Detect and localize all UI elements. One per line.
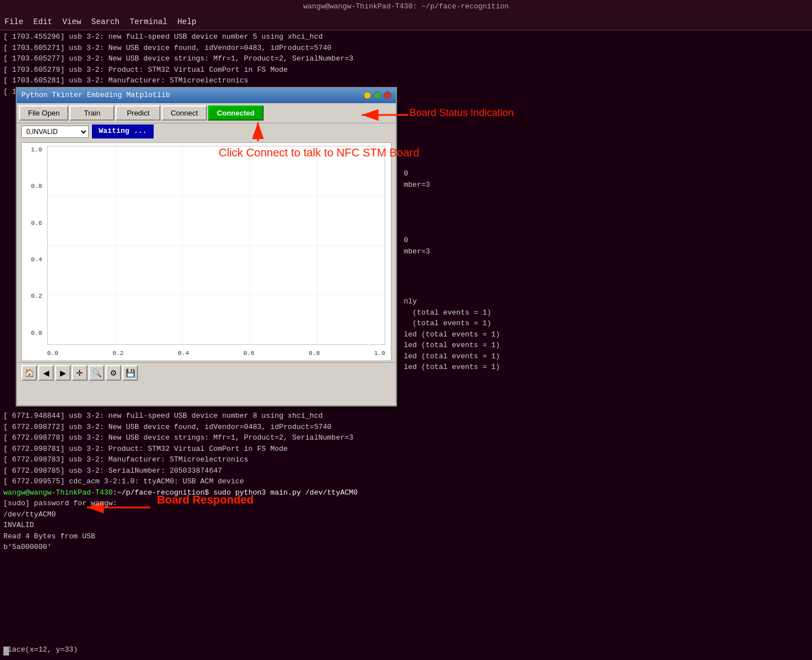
prompt-line: wangw@wangw-ThinkPad-T430:~/p/face-recog… (3, 487, 809, 499)
menu-view[interactable]: View (62, 16, 81, 27)
terminal-line-5: [ 1703.605281] usb 3-2: Manufacturer: ST… (3, 75, 809, 86)
menu-file[interactable]: File (4, 16, 24, 27)
tkinter-window-title: Python Tkinter Embeding Matplotlib (21, 90, 170, 101)
plot-svg (48, 146, 385, 344)
y-axis-labels: 1.0 0.8 0.6 0.4 0.2 0.0 (22, 146, 44, 338)
y-label-0.2: 0.2 (31, 292, 42, 301)
bottom-line-4: [ 6772.098781] usb 3-2: Product: STM32 V… (3, 444, 809, 455)
save-button[interactable]: 💾 (122, 365, 138, 381)
sudo-line: [sudo] password for wangw: (3, 498, 809, 509)
terminal-background: wangw@wangw-ThinkPad-T430: ~/p/face-reco… (0, 0, 812, 660)
y-label-0.4: 0.4 (31, 256, 42, 265)
menu-help[interactable]: Help (177, 16, 196, 27)
y-label-0.0: 0.0 (31, 329, 42, 338)
bottom-line-7: [ 6772.099575] cdc_acm 3-2:1.0: ttyACM0:… (3, 476, 809, 487)
prompt-username: wangw@wangw-ThinkPad-T430 (3, 488, 113, 497)
x-label-0.2: 0.2 (113, 349, 124, 358)
status-line: place(x=12, y=33) (3, 645, 78, 656)
title-bar: wangw@wangw-ThinkPad-T430: ~/p/face-reco… (0, 0, 812, 14)
x-label-0.0: 0.0 (47, 349, 58, 358)
connected-button[interactable]: Connected (208, 105, 264, 121)
bottom-line-3: [ 6772.098778] usb 3-2: New USB device s… (3, 432, 809, 444)
window-title: wangw@wangw-ThinkPad-T430: ~/p/face-reco… (303, 2, 509, 11)
y-label-0.8: 0.8 (31, 182, 42, 191)
predict-button[interactable]: Predict (116, 105, 160, 121)
x-label-0.6: 0.6 (243, 349, 255, 358)
back-button[interactable]: ◀ (38, 365, 54, 381)
pan-button[interactable]: ✛ (72, 365, 87, 381)
bottom-line-5: [ 6772.098783] usb 3-2: Manufacturer: ST… (3, 454, 809, 465)
terminal-right-output: 0 mber=3 0 mber=3 nly (total events = 1)… (404, 168, 500, 373)
bottom-line-1: [ 6771.948844] usb 3-2: new full-speed U… (3, 410, 809, 422)
menu-bar[interactable]: File Edit View Search Terminal Help (0, 14, 812, 30)
plot-area: 1.0 0.8 0.6 0.4 0.2 0.0 (21, 142, 391, 361)
output-line-3: Read 4 Bytes from USB (3, 531, 809, 542)
tkinter-titlebar: Python Tkinter Embeding Matplotlib (17, 88, 396, 103)
forward-button[interactable]: ▶ (55, 365, 71, 381)
cursor-block (3, 647, 9, 656)
menu-search[interactable]: Search (91, 16, 119, 27)
waiting-badge: Waiting ... (92, 124, 154, 139)
train-button[interactable]: Train (70, 105, 114, 121)
file-open-button[interactable]: File Open (19, 105, 68, 121)
minimize-button[interactable] (363, 91, 371, 99)
y-label-0.6: 0.6 (31, 219, 42, 228)
menu-terminal[interactable]: Terminal (130, 16, 167, 27)
x-label-0.4: 0.4 (178, 349, 189, 358)
tkinter-toolbar: File Open Train Predict Connect Connecte… (17, 103, 396, 123)
bottom-line-2: [ 6772.098772] usb 3-2: New USB device f… (3, 422, 809, 433)
matplotlib-canvas (47, 146, 385, 345)
board-responded-annotation: Board Responded (157, 492, 253, 508)
tkinter-window: Python Tkinter Embeding Matplotlib File … (16, 87, 397, 407)
connect-button[interactable]: Connect (162, 105, 206, 121)
subplots-button[interactable]: ⚙ (105, 365, 121, 381)
output-line-2: INVALID (3, 520, 809, 531)
bottom-line-6: [ 6772.098785] usb 3-2: SerialNumber: 20… (3, 465, 809, 477)
click-connect-annotation: Click Connect to talk to NFC STM Board (219, 145, 419, 161)
board-status-annotation: Board Status Indication (409, 105, 514, 120)
close-button[interactable] (384, 91, 391, 99)
x-label-1.0: 1.0 (374, 349, 385, 358)
x-label-0.8: 0.8 (309, 349, 320, 358)
dropdown-container[interactable]: 0,INVALID (21, 126, 89, 138)
output-line-4: b'5a000000' (3, 542, 809, 553)
y-label-1.0: 1.0 (31, 146, 42, 155)
x-axis-labels: 0.0 0.2 0.4 0.6 0.8 1.0 (47, 349, 385, 358)
matplotlib-toolbar: 🏠 ◀ ▶ ✛ 🔍 ⚙ 💾 (17, 362, 396, 383)
device-dropdown[interactable]: 0,INVALID (21, 126, 89, 138)
zoom-button[interactable]: 🔍 (89, 365, 104, 381)
titlebar-controls[interactable] (363, 91, 391, 99)
terminal-line-1: [ 1703.455296] usb 3-2: new full-speed U… (3, 31, 809, 43)
home-button[interactable]: 🏠 (21, 365, 37, 381)
dropdown-row: 0,INVALID Waiting ... (17, 123, 396, 140)
terminal-line-3: [ 1703.605277] usb 3-2: New USB device s… (3, 53, 809, 64)
menu-edit[interactable]: Edit (34, 16, 53, 27)
terminal-bottom-output: [ 6771.948844] usb 3-2: new full-speed U… (0, 409, 812, 554)
output-line-1: /dev/ttyACM0 (3, 509, 809, 520)
terminal-line-4: [ 1703.605279] usb 3-2: Product: STM32 V… (3, 64, 809, 76)
terminal-line-2: [ 1703.605271] usb 3-2: New USB device f… (3, 43, 809, 54)
maximize-button[interactable] (373, 91, 381, 99)
